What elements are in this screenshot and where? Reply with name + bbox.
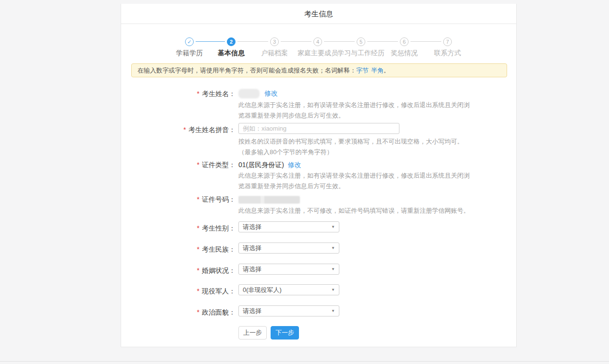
candidate-name-redacted [238,89,260,98]
political-status-label: *政治面貌： [121,307,236,317]
step-label: 联系方式 [414,49,481,58]
marital-status-label: *婚姻状况： [121,265,236,276]
required-marker: * [197,245,199,253]
candidate-name-label: *考生姓名： [121,88,236,99]
check-icon: ✓ [185,37,194,46]
id-number-label: *证件号码： [121,194,236,205]
id-type-help: 此信息来源于实名注册，如有误请登录实名注册进行修改，修改后退出系统且关闭浏览器重… [238,170,475,192]
ethnicity-field-row: 请选择 ▼ [238,243,339,254]
military-service-label: *现役军人： [121,286,236,296]
ethnicity-label: *考生民族： [121,244,236,255]
chevron-down-icon: ▼ [331,246,335,250]
marital-select-value: 请选择 [243,266,261,273]
step-number: 3 [270,37,279,46]
marital-status-select[interactable]: 请选择 ▼ [238,264,339,275]
step-number: 5 [357,37,365,46]
id-type-value-row: 01(居民身份证) 修改 [238,159,301,170]
political-select-value: 请选择 [243,307,261,315]
chevron-down-icon: ▼ [331,225,335,229]
pinyin-field-row [238,123,399,134]
chevron-down-icon: ▼ [331,288,335,292]
gender-select-value: 请选择 [243,223,261,231]
military-field-row: 0(非现役军人) ▼ [238,284,339,295]
step-number: 7 [443,37,452,46]
candidate-info-panel: 考生信息 ✓ 学籍学历 2 基本信息 3 户籍档案 4 家庭主要成员 5 学习与… [121,4,517,347]
step-number: 6 [400,37,409,46]
id-number-help: 此信息来源于实名注册，不可修改，如证件号码填写错误，请重新注册学信网账号。 [238,206,475,216]
notice-text: 在输入数字或字母时，请使用半角字符，否则可能会造成报名失败；名词解释： [137,67,356,74]
pinyin-input[interactable] [238,123,399,134]
ethnicity-select-value: 请选择 [243,244,261,252]
political-field-row: 请选择 ▼ [238,305,339,316]
military-select-value: 0(非现役军人) [243,286,282,293]
marital-field-row: 请选择 ▼ [238,264,339,275]
id-type-label: *证件类型： [121,159,236,170]
modify-name-link[interactable]: 修改 [264,89,278,97]
id-number-redacted [238,196,300,204]
chevron-down-icon: ▼ [331,309,335,313]
pinyin-help: 按姓名的汉语拼音的书写形式填写，要求顶格写，且不可出现空格，大小写均可。（最多输… [238,136,475,158]
byte-glossary-link[interactable]: 字节 [356,67,369,74]
page-title: 考生信息 [121,4,516,24]
political-status-select[interactable]: 请选择 ▼ [238,305,339,316]
id-number-value-row [238,194,300,205]
halfwidth-notice-bar: 在输入数字或字母时，请使用半角字符，否则可能会造成报名失败；名词解释：字节半角。 [131,63,507,77]
required-marker: * [197,267,199,274]
step-number: 2 [227,37,236,46]
military-service-select[interactable]: 0(非现役军人) ▼ [238,284,339,295]
required-marker: * [184,126,186,133]
required-marker: * [197,287,199,295]
ethnicity-select[interactable]: 请选择 ▼ [238,243,339,254]
halfwidth-glossary-link[interactable]: 半角 [371,67,384,74]
candidate-name-value-row: 修改 [238,88,278,98]
required-marker: * [197,90,199,97]
candidate-name-help: 此信息来源于实名注册，如有误请登录实名注册进行修改，修改后退出系统且关闭浏览器重… [238,100,475,121]
gender-label: *考生性别： [121,223,236,233]
step-number: 4 [313,37,322,46]
chevron-down-icon: ▼ [331,267,335,271]
notice-suffix: 。 [384,67,390,74]
pinyin-label: *考生姓名拼音： [121,124,236,135]
required-marker: * [197,161,199,169]
required-marker: * [197,195,199,203]
next-step-button[interactable]: 下一步 [271,326,299,340]
required-marker: * [197,224,199,232]
previous-step-button[interactable]: 上一步 [238,326,267,340]
id-type-value: 01(居民身份证) [238,161,284,169]
modify-id-type-link[interactable]: 修改 [288,161,301,169]
step-7-contact[interactable]: 7 联系方式 [414,37,481,58]
gender-field-row: 请选择 ▼ [238,221,339,232]
wizard-stepper: ✓ 学籍学历 2 基本信息 3 户籍档案 4 家庭主要成员 5 学习与工作经历 … [121,24,517,62]
gender-select[interactable]: 请选择 ▼ [238,221,339,232]
footer-divider [0,361,609,362]
required-marker: * [197,308,199,316]
